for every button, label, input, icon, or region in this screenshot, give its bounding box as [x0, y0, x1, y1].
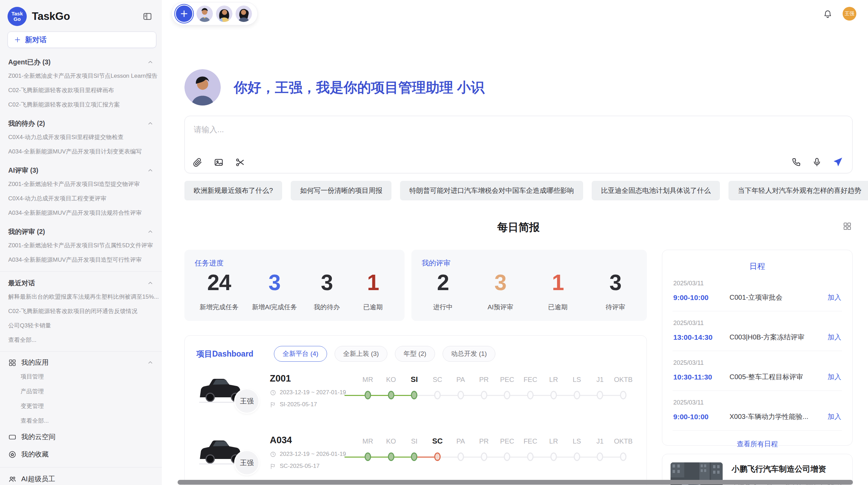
agent-avatar-1[interactable]: [196, 5, 213, 22]
sidebar-item-cloud-space[interactable]: 我的云空间: [0, 428, 162, 446]
section-header[interactable]: 我的评审 (2): [0, 220, 162, 238]
sidebar-item-ai-staff[interactable]: AI超级员工: [0, 470, 162, 485]
notification-bell-button[interactable]: [822, 8, 834, 20]
stats-values: 24 新增完成任务 3 新增AI完成任务: [195, 270, 394, 312]
suggestion-chip[interactable]: 如何写一份清晰的项目周报: [291, 181, 391, 200]
milestone: PA: [449, 374, 472, 403]
section-items: Z001-全新燃油轻卡产品开发项目SI节点属性5D文件评审A034-全新新能源M…: [0, 238, 162, 267]
section-header[interactable]: 我的待办 (2): [0, 112, 162, 130]
milestone-label: OKTB: [612, 436, 635, 447]
suggestion-chip[interactable]: 比亚迪全固态电池计划具体说了什么: [592, 181, 720, 200]
dashboard-tab[interactable]: 全新上装 (3): [335, 346, 388, 362]
clock-icon: [270, 389, 276, 396]
stat-value: 3: [484, 270, 517, 295]
grid-icon: [843, 222, 852, 231]
sidebar-item[interactable]: A034-全新新能源MUV产品开发项目造型可行性评审: [0, 253, 162, 267]
sidebar-item[interactable]: Z001-全新燃油皮卡产品开发项目SI节点Lesson Learn报告: [0, 69, 162, 83]
image-icon[interactable]: [214, 157, 224, 167]
join-button[interactable]: 加入: [828, 293, 841, 302]
microphone-icon[interactable]: [812, 157, 822, 167]
top-bar: 王强: [162, 0, 868, 25]
join-button[interactable]: 加入: [828, 333, 841, 342]
sidebar-collapse-button[interactable]: [141, 10, 154, 23]
layout-grid-button[interactable]: [843, 222, 852, 232]
recent-chat-item[interactable]: 公司Q3轻卡销量: [0, 319, 162, 333]
recent-chats-header[interactable]: 最近对话: [0, 272, 162, 290]
milestone-dot: [527, 452, 534, 461]
calendar-event: 2025/03/11 9:00-10:00 C001-立项审批会 加入: [673, 272, 842, 311]
new-chat-button[interactable]: 新对话: [8, 32, 156, 48]
sidebar-item[interactable]: C0X4-动力总成开发项目工程变更评审: [0, 191, 162, 206]
milestone-dot: [620, 452, 627, 461]
chevron-up-icon: [147, 359, 154, 366]
milestone-label: PEC: [496, 436, 519, 447]
suggestion-chip[interactable]: 欧洲新规最近颁布了什么?: [184, 181, 282, 200]
sidebar-item[interactable]: Z001-全新燃油轻卡产品开发项目SI节点属性5D文件评审: [0, 238, 162, 253]
sidebar: Task Go TaskGo 新对话: [0, 0, 162, 485]
milestone-label: KO: [379, 374, 403, 385]
recent-chat-item[interactable]: 解释最新出台的欧盟报废车法规再生塑料比例被调至15%...: [0, 290, 162, 304]
project-row[interactable]: 王强 A034 2023-12-19 ~ 2026-01-19: [196, 435, 635, 475]
app-item[interactable]: 查看全部...: [0, 413, 162, 428]
suggestion-chip[interactable]: 特朗普可能对进口汽车增税会对中国车企造成哪些影响: [400, 181, 583, 200]
greeting-section: 你好，王强，我是你的项目管理助理 小识: [184, 69, 853, 105]
phone-icon[interactable]: [791, 157, 801, 167]
milestone-dot: [597, 452, 603, 461]
recent-chat-item[interactable]: C02-飞腾新能源轻客改款项目的闭环通告反馈情况: [0, 304, 162, 319]
event-date: 2025/03/11: [673, 399, 841, 406]
send-icon[interactable]: [832, 157, 843, 167]
milestone-dot: [457, 391, 464, 399]
milestone-dot: [434, 452, 441, 461]
flag-icon: [270, 463, 276, 470]
suggestion-chip[interactable]: 当下年轻人对汽车外观有怎样的喜好趋势: [728, 181, 868, 200]
agent-avatar-2[interactable]: [216, 5, 232, 22]
section-header[interactable]: Agent已办 (3): [0, 51, 162, 69]
milestone-dot-area: [449, 388, 472, 403]
milestone-label: PEC: [496, 374, 519, 385]
add-agent-button[interactable]: [176, 5, 192, 22]
scissors-icon[interactable]: [235, 157, 245, 167]
cloud-space-icon: [8, 433, 16, 441]
dashboard-tab[interactable]: 动总开发 (1): [443, 346, 496, 362]
stat: 3 待评审: [599, 270, 632, 312]
section-header[interactable]: AI评审 (3): [0, 159, 162, 177]
app-item[interactable]: 变更管理: [0, 399, 162, 413]
sidebar-item[interactable]: A034-全新新能源MUV产品开发项目计划变更表编写: [0, 145, 162, 159]
sidebar-item[interactable]: C0X4-动力总成开发项目SI里程碑提交物检查: [0, 130, 162, 145]
message-composer[interactable]: 请输入...: [184, 116, 853, 173]
project-flag: SI-2025-05-17: [270, 401, 356, 408]
attachment-icon[interactable]: [192, 157, 203, 167]
agent-avatar-3[interactable]: [236, 5, 252, 22]
join-button[interactable]: 加入: [828, 412, 841, 421]
user-avatar[interactable]: 王强: [843, 7, 856, 21]
stat-value: 2: [426, 270, 459, 295]
sidebar-item[interactable]: Z001-全新燃油轻卡产品开发项目SI造型提交物评审: [0, 177, 162, 191]
milestone-dot: [550, 391, 557, 399]
section-title: 我的待办 (2): [8, 119, 45, 128]
my-apps-list: 项目管理产品管理变更管理查看全部...: [0, 369, 162, 428]
recent-chat-item[interactable]: 查看全部...: [0, 333, 162, 347]
chevron-up-icon: [147, 280, 154, 286]
project-info: Z001 2023-12-19 ~ 2027-01-19: [270, 373, 356, 408]
sidebar-item[interactable]: C02-飞腾新能源轻客改款项目立项汇报方案: [0, 98, 162, 112]
milestone-label: LS: [565, 374, 589, 385]
milestone-label: SI: [403, 374, 426, 385]
dashboard-title: 项目Dashboard: [196, 349, 253, 359]
sidebar-item[interactable]: A034-全新新能源MUV产品开发项目法规符合性评审: [0, 206, 162, 220]
milestone-dot: [597, 391, 603, 399]
sidebar-item-favorites[interactable]: 我的收藏: [0, 446, 162, 463]
recent-chat-list: 解释最新出台的欧盟报废车法规再生塑料比例被调至15%...C02-飞腾新能源轻客…: [0, 290, 162, 347]
sidebar-item[interactable]: C02-飞腾新能源轻客改款项目里程碑画布: [0, 83, 162, 98]
join-button[interactable]: 加入: [828, 372, 841, 382]
app-item[interactable]: 项目管理: [0, 369, 162, 384]
dashboard-tab[interactable]: 全新平台 (4): [274, 346, 327, 362]
my-apps-header[interactable]: 我的应用: [0, 352, 162, 369]
app-item[interactable]: 产品管理: [0, 384, 162, 399]
view-all-events-link[interactable]: 查看所有日程: [673, 439, 842, 449]
chevron-up-icon: [147, 120, 154, 127]
sidebar-section: AI评审 (3) Z001-全新燃油轻卡产品开发项目SI造型提交物评审C0X4-…: [0, 159, 162, 220]
stat-value: 1: [357, 270, 389, 295]
horizontal-scrollbar[interactable]: [178, 480, 853, 485]
dashboard-tab[interactable]: 年型 (2): [395, 346, 435, 362]
project-row[interactable]: 王强 Z001 2023-12-19 ~ 2027-01-19: [196, 373, 635, 414]
